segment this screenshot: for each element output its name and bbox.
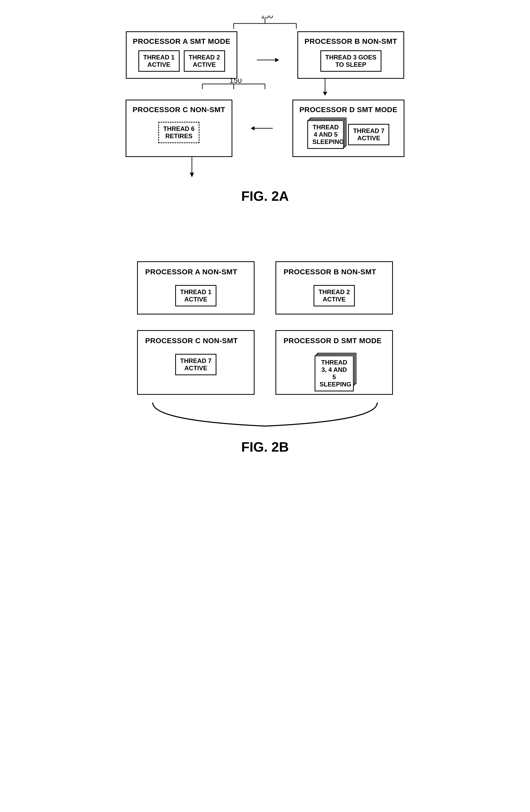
thread-4-5-sleeping: THREAD4 AND 5SLEEPING	[307, 120, 344, 149]
svg-text:150: 150	[261, 16, 273, 20]
processor-c-box: PROCESSOR C NON-SMT THREAD 6RETIRES	[126, 100, 232, 157]
processor-a-box: PROCESSOR A SMT MODE THREAD 1ACTIVE THRE…	[126, 31, 238, 79]
processor-c-label: PROCESSOR C NON-SMT	[132, 106, 225, 114]
svg-marker-17	[190, 173, 194, 177]
svg-marker-6	[275, 58, 279, 62]
thread-345-sleeping: THREAD3, 4 AND 5SLEEPING	[315, 356, 354, 387]
fig2a-label: FIG. 2A	[122, 188, 408, 204]
arrow-b-down-bracket: 150	[122, 79, 408, 100]
fig2b-section: PROCESSOR A NON-SMT THREAD 1ACTIVE PROCE…	[122, 261, 408, 470]
proc-a-nonsmt-label: PROCESSOR A NON-SMT	[145, 268, 247, 276]
proc-d-smt-label: PROCESSOR D SMT MODE	[283, 337, 385, 345]
svg-marker-8	[323, 92, 327, 96]
processor-a-nonsmt-box: PROCESSOR A NON-SMT THREAD 1ACTIVE	[137, 261, 254, 315]
arrow-c-down	[122, 157, 408, 180]
arrow-d-to-c	[251, 123, 274, 133]
thread-7-active-d: THREAD 7ACTIVE	[348, 124, 389, 145]
processor-d-box: PROCESSOR D SMT MODE THREAD4 AND 5SLEEPI…	[292, 100, 405, 157]
fig2a-section: 150 PROCESSOR A SMT MODE THREAD 1ACTIVE …	[122, 16, 408, 220]
proc-b-nonsmt-label: PROCESSOR B NON-SMT	[283, 268, 385, 276]
thread-1-active: THREAD 1ACTIVE	[138, 50, 180, 72]
svg-text:150: 150	[229, 79, 242, 85]
processor-d-label: PROCESSOR D SMT MODE	[299, 106, 398, 114]
svg-marker-15	[251, 126, 254, 130]
thread-3-sleep: THREAD 3 GOESTO SLEEP	[320, 50, 381, 72]
processor-b-label: PROCESSOR B NON-SMT	[304, 37, 397, 46]
arrow-a-to-b	[255, 55, 279, 65]
processor-d-smt-box: PROCESSOR D SMT MODE THREAD3, 4 AND 5SLE…	[276, 330, 393, 395]
processor-c-nonsmt-box: PROCESSOR C NON-SMT THREAD 7ACTIVE	[137, 330, 254, 395]
thread-7-active-2b: THREAD 7ACTIVE	[175, 354, 217, 375]
fig2b-label: FIG. 2B	[122, 439, 408, 455]
thread-2-active: THREAD 2ACTIVE	[184, 50, 225, 72]
processor-a-label: PROCESSOR A SMT MODE	[133, 37, 231, 46]
processor-b-box: PROCESSOR B NON-SMT THREAD 3 GOESTO SLEE…	[297, 31, 404, 79]
processor-b-nonsmt-box: PROCESSOR B NON-SMT THREAD 2ACTIVE	[276, 261, 393, 315]
thread-2-active-2b: THREAD 2ACTIVE	[313, 285, 355, 306]
thread-1-active-2b: THREAD 1ACTIVE	[175, 285, 217, 306]
proc-c-nonsmt-label: PROCESSOR C NON-SMT	[145, 337, 247, 345]
thread-6-retires: THREAD 6RETIRES	[158, 122, 199, 143]
curly-brace-2b	[137, 400, 393, 431]
bracket-150-top: 150	[197, 16, 333, 31]
